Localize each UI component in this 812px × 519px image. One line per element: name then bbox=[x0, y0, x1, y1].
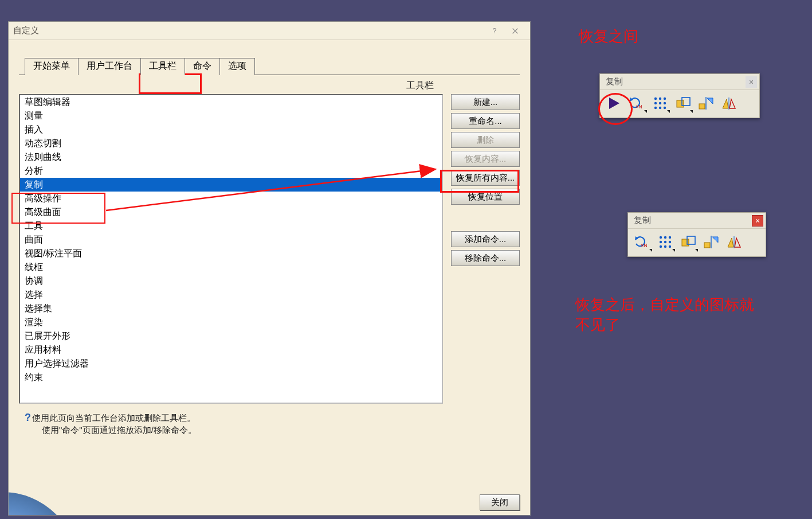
list-item[interactable]: 高级操作 bbox=[20, 192, 442, 205]
svg-rect-12 bbox=[677, 100, 684, 107]
svg-point-18 bbox=[660, 236, 662, 239]
close-icon[interactable] bbox=[505, 23, 525, 39]
scale-icon[interactable] bbox=[673, 93, 693, 113]
svg-rect-14 bbox=[699, 104, 705, 109]
corner-decoration bbox=[9, 492, 100, 515]
svg-point-24 bbox=[660, 245, 662, 248]
repeat-xn-icon[interactable]: ×N bbox=[627, 93, 647, 113]
symmetry-icon[interactable] bbox=[719, 93, 739, 113]
toolbar-icons: ×N bbox=[600, 90, 759, 118]
help-icon[interactable]: ? bbox=[484, 23, 505, 39]
list-item[interactable]: 约束 bbox=[20, 370, 442, 384]
list-item[interactable]: 渲染 bbox=[20, 315, 442, 329]
scale-icon[interactable] bbox=[678, 232, 698, 252]
toolbar-title: 复制 bbox=[634, 215, 651, 226]
close-button[interactable]: 关闭 bbox=[480, 494, 520, 510]
svg-text:?: ? bbox=[493, 27, 497, 35]
mirror-icon[interactable] bbox=[696, 93, 716, 113]
list-item[interactable]: 草图编辑器 bbox=[20, 95, 442, 109]
grid-pattern-icon[interactable] bbox=[656, 232, 675, 252]
tab-strip: 开始菜单 用户工作台 工具栏 命令 选项 bbox=[25, 57, 530, 75]
svg-point-22 bbox=[664, 241, 666, 243]
rename-button[interactable]: 重命名... bbox=[451, 113, 520, 129]
toolbar-icons: ×N bbox=[628, 229, 766, 256]
remove-command-button[interactable]: 移除命令... bbox=[451, 250, 520, 266]
svg-point-6 bbox=[654, 102, 657, 104]
list-item[interactable]: 复制 bbox=[20, 178, 442, 192]
tab-commands[interactable]: 命令 bbox=[185, 58, 220, 75]
tab-toolbar[interactable]: 工具栏 bbox=[140, 58, 185, 75]
svg-point-10 bbox=[659, 107, 661, 109]
list-item[interactable]: 工具 bbox=[20, 219, 442, 233]
list-item[interactable]: 动态切割 bbox=[20, 136, 442, 150]
add-command-button[interactable]: 添加命令... bbox=[451, 231, 520, 247]
new-button[interactable]: 新建... bbox=[451, 94, 520, 110]
list-item[interactable]: 高级曲面 bbox=[20, 205, 442, 219]
svg-rect-27 bbox=[682, 239, 689, 246]
list-item[interactable]: 视图/标注平面 bbox=[20, 247, 442, 260]
svg-point-5 bbox=[664, 97, 666, 100]
grid-pattern-icon[interactable] bbox=[650, 93, 670, 113]
list-item[interactable]: 插入 bbox=[20, 123, 442, 136]
list-item[interactable]: 线框 bbox=[20, 260, 442, 274]
annotation-before-label: 恢复之间 bbox=[579, 26, 638, 46]
list-item[interactable]: 应用材料 bbox=[20, 343, 442, 357]
svg-point-9 bbox=[654, 107, 657, 109]
delete-button[interactable]: 删除 bbox=[451, 132, 520, 148]
svg-point-20 bbox=[669, 236, 671, 239]
svg-text:×N: ×N bbox=[641, 243, 648, 248]
svg-point-11 bbox=[664, 107, 666, 109]
svg-rect-29 bbox=[704, 243, 710, 248]
toolbar-after: 复制 × ×N bbox=[627, 212, 766, 257]
svg-point-21 bbox=[660, 241, 662, 243]
svg-point-3 bbox=[654, 97, 657, 100]
annotation-after-label: 恢复之后，自定义的图标就不见了 bbox=[575, 295, 759, 335]
list-item[interactable]: 协调 bbox=[20, 274, 442, 288]
list-item[interactable]: 已展开外形 bbox=[20, 329, 442, 343]
svg-point-25 bbox=[664, 245, 666, 248]
list-item[interactable]: 测量 bbox=[20, 109, 442, 123]
repeat-xn-icon[interactable]: ×N bbox=[633, 232, 652, 252]
play-icon[interactable] bbox=[605, 93, 624, 113]
toolbar-before: 复制 × ×N bbox=[599, 73, 760, 118]
section-label: 工具栏 bbox=[19, 80, 520, 92]
restore-all-button[interactable]: 恢复所有内容... bbox=[451, 170, 520, 186]
list-item[interactable]: 选择集 bbox=[20, 302, 442, 315]
restore-position-button[interactable]: 恢复位置 bbox=[451, 189, 520, 205]
titlebar: 自定义 ? bbox=[9, 22, 530, 40]
toolbar-title: 复制 bbox=[606, 76, 623, 87]
tab-body: 工具栏 草图编辑器测量插入动态切割法则曲线分析复制高级操作高级曲面工具曲面视图/… bbox=[19, 75, 520, 404]
svg-point-23 bbox=[669, 241, 671, 243]
svg-point-7 bbox=[659, 102, 661, 104]
restore-content-button[interactable]: 恢复内容... bbox=[451, 151, 520, 167]
list-item[interactable]: 分析 bbox=[20, 164, 442, 178]
tab-options[interactable]: 选项 bbox=[219, 58, 255, 75]
svg-point-26 bbox=[669, 245, 671, 248]
tab-start-menu[interactable]: 开始菜单 bbox=[25, 58, 79, 75]
list-item[interactable]: 法则曲线 bbox=[20, 150, 442, 164]
help-text: ?使用此页向当前工作台添加或删除工具栏。 使用"命令"页面通过拖放添加/移除命令… bbox=[25, 412, 519, 436]
mirror-icon[interactable] bbox=[701, 232, 721, 252]
help-icon: ? bbox=[25, 412, 31, 423]
dialog-title: 自定义 bbox=[13, 25, 39, 36]
list-item[interactable]: 用户选择过滤器 bbox=[20, 357, 442, 370]
toolbar-listbox[interactable]: 草图编辑器测量插入动态切割法则曲线分析复制高级操作高级曲面工具曲面视图/标注平面… bbox=[19, 94, 443, 404]
list-item[interactable]: 选择 bbox=[20, 288, 442, 302]
toolbar-close-icon[interactable]: × bbox=[746, 76, 757, 88]
button-column: 新建... 重命名... 删除 恢复内容... 恢复所有内容... 恢复位置 添… bbox=[451, 94, 520, 266]
svg-point-19 bbox=[664, 236, 666, 239]
list-item[interactable]: 曲面 bbox=[20, 233, 442, 247]
toolbar-close-icon[interactable]: × bbox=[752, 215, 763, 227]
customize-dialog: 自定义 ? 开始菜单 用户工作台 工具栏 命令 选项 工具栏 草图编辑器测量插入… bbox=[8, 21, 531, 516]
tab-user-workbench[interactable]: 用户工作台 bbox=[78, 58, 141, 75]
svg-point-4 bbox=[659, 97, 661, 100]
symmetry-icon[interactable] bbox=[724, 232, 744, 252]
svg-point-8 bbox=[664, 102, 666, 104]
svg-text:×N: ×N bbox=[636, 104, 642, 110]
